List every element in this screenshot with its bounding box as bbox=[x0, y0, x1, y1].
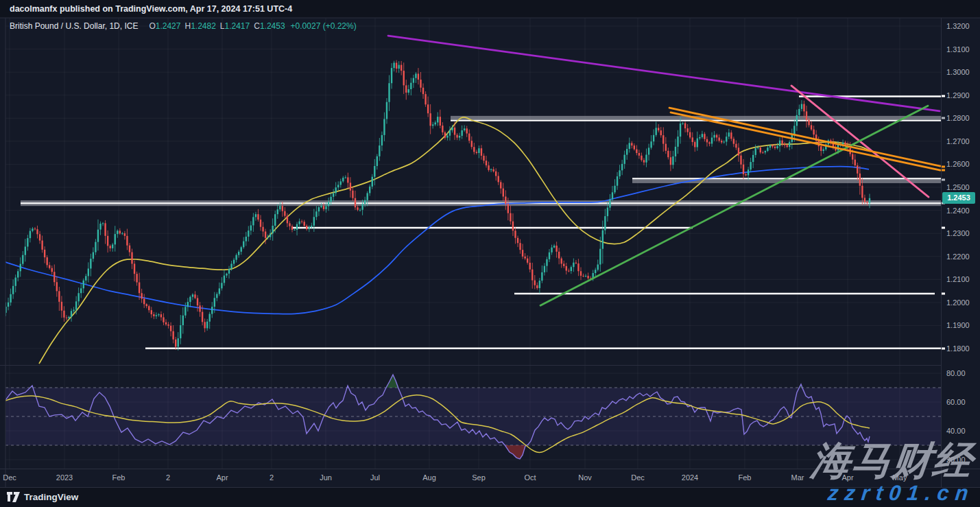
time-tick-label: Apr bbox=[216, 473, 228, 482]
time-axis[interactable]: Dec2023Feb2Apr2JunJulAugSepOctNovDec2024… bbox=[0, 469, 941, 487]
rsi-tick-label: 20.00 bbox=[946, 456, 966, 464]
price-axis[interactable]: 1.32001.31001.30001.29001.28001.27001.26… bbox=[941, 0, 980, 487]
close-label: C bbox=[254, 21, 260, 31]
time-tick-label: 2 bbox=[166, 473, 170, 482]
rsi-tick-label: 40.00 bbox=[946, 427, 966, 435]
symbol-legend: British Pound / U.S. Dollar, 1D, ICEO1.2… bbox=[10, 21, 357, 31]
price-tick-label: 1.2800 bbox=[946, 114, 970, 122]
publish-info: dacolmanfx published on TradingView.com,… bbox=[10, 0, 292, 18]
time-tick-label: 2023 bbox=[56, 473, 73, 482]
time-tick-label: Dec bbox=[631, 473, 645, 482]
price-tick-label: 1.2100 bbox=[946, 275, 970, 283]
symbol-title[interactable]: British Pound / U.S. Dollar, 1D, ICE bbox=[10, 21, 138, 31]
time-tick-label: Dec bbox=[3, 473, 16, 482]
rsi-tick-label: 80.00 bbox=[946, 369, 966, 377]
time-tick-label: Aug bbox=[422, 473, 436, 482]
price-tick-label: 1.2900 bbox=[946, 91, 970, 99]
open-label: O bbox=[149, 21, 155, 31]
time-tick-label: Apr bbox=[841, 473, 853, 482]
price-tick-label: 1.2500 bbox=[946, 183, 970, 191]
time-tick-label: May bbox=[893, 473, 907, 482]
close-value: 1.2453 bbox=[260, 21, 285, 31]
high-label: H bbox=[184, 21, 191, 31]
footer-bar: TradingView bbox=[0, 487, 980, 507]
rsi-tick-label: 60.00 bbox=[946, 398, 966, 406]
last-price-badge: 1.2453 bbox=[942, 192, 975, 204]
price-tick-label: 1.1900 bbox=[946, 321, 970, 329]
time-tick-label: Jun bbox=[320, 473, 332, 482]
price-tick-label: 1.3200 bbox=[946, 22, 970, 30]
price-tick-label: 1.2400 bbox=[946, 207, 970, 215]
price-tick-label: 1.1800 bbox=[946, 344, 970, 353]
price-tick-label: 1.3100 bbox=[946, 45, 970, 54]
price-tick-label: 1.2200 bbox=[946, 252, 970, 261]
chart-canvas[interactable] bbox=[0, 0, 980, 507]
price-tick-label: 1.2700 bbox=[946, 137, 970, 145]
time-tick-label: Oct bbox=[524, 473, 536, 482]
high-value: 1.2482 bbox=[191, 21, 216, 31]
time-tick-label: Sep bbox=[472, 473, 486, 482]
price-tick-label: 1.2000 bbox=[946, 298, 970, 307]
price-tick-label: 1.3000 bbox=[946, 68, 970, 76]
time-tick-label: Jul bbox=[370, 473, 380, 482]
change-value: +0.0027 (+0.22%) bbox=[291, 21, 357, 31]
time-tick-label: Mar bbox=[791, 473, 804, 482]
low-value: 1.2417 bbox=[225, 21, 250, 31]
time-tick-label: Nov bbox=[578, 473, 592, 482]
tradingview-brand[interactable]: TradingView bbox=[24, 492, 78, 502]
low-label: L bbox=[220, 21, 225, 31]
time-tick-label: Feb bbox=[739, 473, 752, 482]
published-chart-page: dacolmanfx published on TradingView.com,… bbox=[0, 0, 980, 507]
price-tick-label: 1.2600 bbox=[946, 160, 970, 168]
price-tick-label: 1.2300 bbox=[946, 229, 970, 237]
time-tick-label: 2024 bbox=[682, 473, 698, 482]
tradingview-logo-icon[interactable] bbox=[7, 491, 20, 503]
time-tick-label: 2 bbox=[270, 473, 274, 482]
time-tick-label: Feb bbox=[112, 473, 126, 482]
open-value: 1.2427 bbox=[156, 21, 181, 31]
